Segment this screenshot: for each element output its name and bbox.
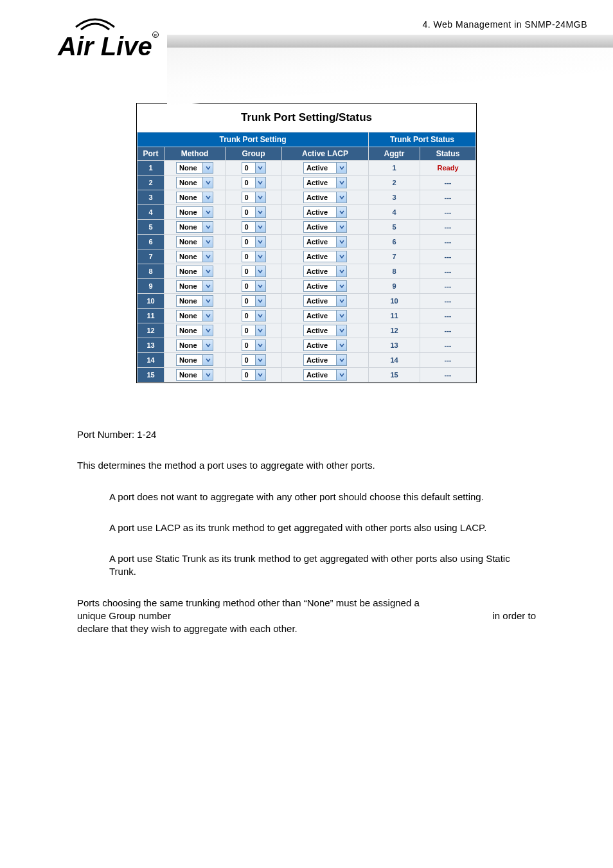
dropdown-button[interactable] [255, 177, 265, 188]
dropdown-button[interactable] [336, 296, 346, 306]
group-select[interactable]: 0 [242, 310, 266, 321]
group-select[interactable]: 0 [242, 251, 266, 262]
dropdown-button[interactable] [255, 325, 265, 336]
method-select[interactable]: None [176, 251, 213, 262]
dropdown-button[interactable] [202, 370, 213, 380]
dropdown-button[interactable] [255, 266, 265, 276]
dropdown-button[interactable] [202, 296, 213, 306]
method-select[interactable]: None [176, 192, 213, 203]
dropdown-button[interactable] [336, 355, 346, 365]
group-select[interactable]: 0 [242, 325, 266, 336]
method-select[interactable]: None [176, 325, 213, 336]
group-select[interactable]: 0 [242, 280, 266, 292]
lacp-cell: Active [282, 161, 369, 176]
dropdown-button[interactable] [336, 370, 346, 380]
dropdown-button[interactable] [336, 281, 346, 291]
dropdown-button[interactable] [202, 177, 213, 188]
dropdown-button[interactable] [202, 281, 213, 291]
section-header-setting: Trunk Port Setting [138, 132, 369, 147]
dropdown-button[interactable] [255, 281, 265, 291]
table-row: 5None0Active5--- [138, 220, 476, 235]
group-select[interactable]: 0 [242, 236, 266, 248]
group-select[interactable]: 0 [242, 192, 266, 203]
table-row: 11None0Active11--- [138, 309, 476, 323]
lacp-select[interactable]: Active [303, 177, 347, 188]
group-select[interactable]: 0 [242, 221, 266, 233]
lacp-select[interactable]: Active [303, 369, 347, 381]
dropdown-button[interactable] [202, 311, 213, 321]
dropdown-button[interactable] [336, 266, 346, 276]
dropdown-button[interactable] [202, 192, 213, 203]
lacp-select[interactable]: Active [303, 354, 347, 366]
dropdown-button[interactable] [336, 177, 346, 188]
col-lacp: Active LACP [282, 147, 369, 161]
group-select[interactable]: 0 [242, 369, 266, 381]
dropdown-button[interactable] [255, 192, 265, 203]
dropdown-button[interactable] [336, 340, 346, 350]
dropdown-button[interactable] [255, 222, 265, 232]
group-select[interactable]: 0 [242, 162, 266, 174]
lacp-select[interactable]: Active [303, 221, 347, 233]
lacp-select[interactable]: Active [303, 339, 347, 351]
lacp-select[interactable]: Active [303, 295, 347, 307]
group-select[interactable]: 0 [242, 295, 266, 307]
dropdown-button[interactable] [336, 207, 346, 217]
dropdown-button[interactable] [336, 251, 346, 262]
dropdown-button[interactable] [255, 370, 265, 380]
lacp-select[interactable]: Active [303, 236, 347, 248]
group-select[interactable]: 0 [242, 177, 266, 188]
group-select[interactable]: 0 [242, 354, 266, 366]
dropdown-button[interactable] [336, 325, 346, 336]
dropdown-button[interactable] [255, 296, 265, 306]
dropdown-button[interactable] [202, 355, 213, 365]
lacp-select[interactable]: Active [303, 162, 347, 174]
dropdown-button[interactable] [255, 163, 265, 173]
method-select[interactable]: None [176, 221, 213, 233]
dropdown-button[interactable] [255, 251, 265, 262]
method-select[interactable]: None [176, 206, 213, 218]
dropdown-button[interactable] [336, 222, 346, 232]
dropdown-button[interactable] [202, 251, 213, 262]
dropdown-button[interactable] [202, 222, 213, 232]
lacp-select[interactable]: Active [303, 325, 347, 336]
group-select[interactable]: 0 [242, 206, 266, 218]
svg-text:Air Live: Air Live [57, 32, 152, 60]
group-cell: 0 [226, 368, 282, 383]
dropdown-button[interactable] [202, 325, 213, 336]
lacp-select[interactable]: Active [303, 192, 347, 203]
lacp-select[interactable]: Active [303, 280, 347, 292]
group-select[interactable]: 0 [242, 339, 266, 351]
lacp-cell: Active [282, 249, 369, 264]
dropdown-button[interactable] [255, 355, 265, 365]
method-select[interactable]: None [176, 266, 213, 277]
header-banner-white [167, 48, 613, 105]
dropdown-button[interactable] [336, 237, 346, 247]
method-select[interactable]: None [176, 310, 213, 321]
method-select[interactable]: None [176, 295, 213, 307]
dropdown-button[interactable] [202, 163, 213, 173]
group-select[interactable]: 0 [242, 266, 266, 277]
method-select[interactable]: None [176, 280, 213, 292]
method-select[interactable]: None [176, 339, 213, 351]
lacp-select[interactable]: Active [303, 206, 347, 218]
dropdown-button[interactable] [202, 266, 213, 276]
dropdown-button[interactable] [255, 237, 265, 247]
dropdown-button[interactable] [255, 311, 265, 321]
method-select[interactable]: None [176, 369, 213, 381]
dropdown-button[interactable] [202, 340, 213, 350]
method-select[interactable]: None [176, 177, 213, 188]
lacp-select[interactable]: Active [303, 310, 347, 321]
dropdown-button[interactable] [336, 311, 346, 321]
dropdown-button[interactable] [255, 207, 265, 217]
dropdown-button[interactable] [336, 192, 346, 203]
lacp-select[interactable]: Active [303, 266, 347, 277]
dropdown-button[interactable] [202, 207, 213, 217]
lacp-select[interactable]: Active [303, 251, 347, 262]
dropdown-button[interactable] [202, 237, 213, 247]
method-select[interactable]: None [176, 162, 213, 174]
dropdown-button[interactable] [336, 163, 346, 173]
dropdown-button[interactable] [255, 340, 265, 350]
lacp-cell: Active [282, 368, 369, 383]
method-select[interactable]: None [176, 354, 213, 366]
method-select[interactable]: None [176, 236, 213, 248]
